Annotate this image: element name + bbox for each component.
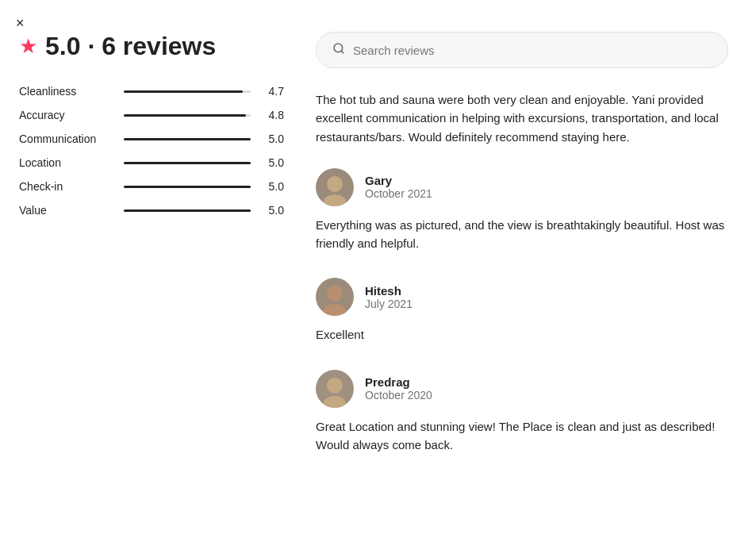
rating-value: 5.0 [260, 180, 284, 193]
rating-row: Communication 5.0 [19, 133, 289, 145]
rating-value: 4.7 [260, 85, 284, 98]
rating-bar-fill [124, 209, 251, 212]
reviewer-header: Gary October 2021 [316, 168, 728, 206]
search-input[interactable] [353, 44, 712, 57]
review-text: Everything was as pictured, and the view… [316, 216, 728, 253]
rating-bar-fill [124, 162, 251, 164]
rating-row: Cleanliness 4.7 [19, 85, 289, 98]
rating-bar-container [124, 114, 251, 117]
svg-point-9 [327, 378, 343, 394]
rating-value: 5.0 [260, 133, 284, 145]
right-panel: The hot tub and sauna were both very cle… [316, 32, 744, 479]
svg-point-6 [327, 286, 343, 302]
rating-bar-container [124, 162, 251, 164]
close-icon: × [16, 15, 25, 31]
reviewer-info: Gary October 2021 [365, 174, 432, 200]
reviewer-name: Predrag [365, 375, 432, 389]
avatar [316, 168, 354, 206]
rating-value: 4.8 [260, 109, 284, 121]
rating-bar-container [124, 186, 251, 188]
reviewer-info: Hitesh July 2021 [365, 284, 413, 310]
svg-point-3 [327, 176, 343, 192]
reviewer-name: Hitesh [365, 284, 413, 298]
close-button[interactable]: × [14, 14, 26, 32]
reviewer-date: July 2021 [365, 298, 413, 310]
review-item: Gary October 2021 Everything was as pict… [316, 168, 728, 253]
search-icon [332, 42, 345, 58]
rating-label: Check-in [19, 180, 114, 193]
review-item: Predrag October 2020 Great Location and … [316, 370, 728, 455]
left-panel: ★ 5.0 · 6 reviews Cleanliness 4.7 Accura… [19, 32, 289, 217]
rating-bar-container [124, 209, 251, 212]
rating-bar-container [124, 138, 251, 140]
rating-row: Location 5.0 [19, 156, 289, 169]
review-text: Excellent [316, 325, 728, 344]
rating-header: ★ 5.0 · 6 reviews [19, 32, 289, 61]
rating-bar-container [124, 90, 251, 93]
review-text: Great Location and stunning view! The Pl… [316, 417, 728, 455]
reviewer-date: October 2020 [365, 389, 432, 401]
search-box[interactable] [316, 32, 728, 68]
review-text-first: The hot tub and sauna were both very cle… [316, 90, 728, 146]
svg-line-1 [341, 51, 343, 53]
review-item: Hitesh July 2021 Excellent [316, 278, 728, 344]
rating-label: Value [19, 204, 114, 217]
rating-row: Accuracy 4.8 [19, 109, 289, 121]
reviewer-header: Predrag October 2020 [316, 370, 728, 408]
rating-label: Location [19, 156, 114, 169]
rating-label: Communication [19, 133, 114, 145]
rating-categories: Cleanliness 4.7 Accuracy 4.8 Communicati… [19, 85, 289, 217]
rating-bar-fill [124, 114, 246, 117]
reviewer-header: Hitesh July 2021 [316, 278, 728, 316]
rating-value: 5.0 [260, 156, 284, 169]
star-icon: ★ [19, 34, 37, 59]
rating-label: Accuracy [19, 109, 114, 121]
reviewer-date: October 2021 [365, 187, 432, 200]
avatar [316, 370, 354, 408]
reviews-list: The hot tub and sauna were both very cle… [316, 90, 728, 454]
rating-bar-fill [124, 186, 251, 188]
reviewer-name: Gary [365, 174, 432, 187]
rating-row: Check-in 5.0 [19, 180, 289, 193]
rating-label: Cleanliness [19, 85, 114, 98]
rating-bar-fill [124, 138, 251, 140]
rating-bar-fill [124, 90, 243, 93]
rating-row: Value 5.0 [19, 204, 289, 217]
avatar [316, 278, 354, 316]
overall-rating: 5.0 · 6 reviews [45, 32, 216, 61]
rating-value: 5.0 [260, 204, 284, 217]
reviewer-info: Predrag October 2020 [365, 375, 432, 401]
